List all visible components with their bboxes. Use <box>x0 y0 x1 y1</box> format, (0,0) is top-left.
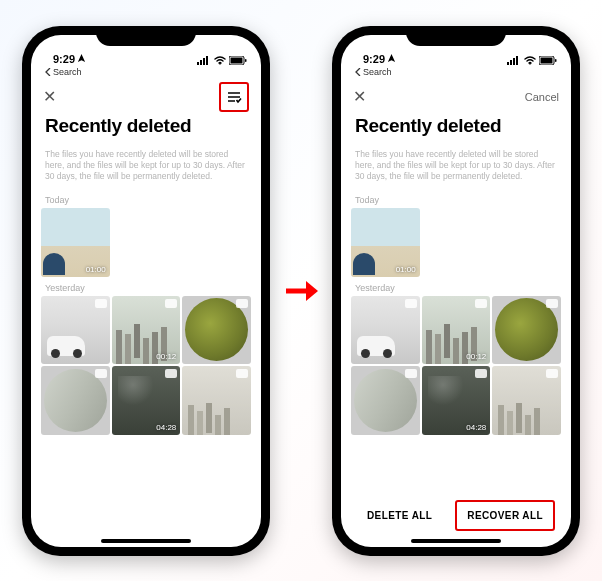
thumb-today-0[interactable]: 01:00 <box>351 208 420 277</box>
svg-rect-14 <box>513 58 515 65</box>
battery-icon <box>229 56 247 65</box>
vr-badge-icon <box>236 369 248 378</box>
svg-marker-11 <box>306 281 318 301</box>
signal-icon <box>197 56 211 65</box>
thumb-yesterday-5[interactable] <box>492 366 561 435</box>
grid-today: 01:00 <box>31 208 261 277</box>
cancel-button[interactable]: Cancel <box>525 91 559 103</box>
top-bar: ✕ Cancel <box>341 77 571 115</box>
close-icon[interactable]: ✕ <box>353 87 366 106</box>
vr-badge-icon <box>165 369 177 378</box>
thumb-today-0[interactable]: 01:00 <box>41 208 110 277</box>
thumb-yesterday-4[interactable]: 04:28 <box>112 366 181 435</box>
select-mode-button[interactable] <box>219 82 249 112</box>
thumb-duration: 00:12 <box>466 352 486 361</box>
top-bar: ✕ <box>31 77 261 115</box>
grid-yesterday: 00:12 04:28 <box>341 296 571 435</box>
thumb-yesterday-0[interactable] <box>41 296 110 365</box>
thumb-duration: 00:12 <box>156 352 176 361</box>
screen-left: 9:29 Search ✕ <box>31 35 261 547</box>
back-to-search[interactable]: Search <box>341 65 571 77</box>
thumb-yesterday-3[interactable] <box>41 366 110 435</box>
location-icon <box>387 54 396 63</box>
grid-yesterday: 00:12 04:28 <box>31 296 261 435</box>
notch <box>96 26 196 46</box>
svg-rect-18 <box>555 59 557 62</box>
page-title: Recently deleted <box>31 115 261 145</box>
thumb-yesterday-2[interactable] <box>492 296 561 365</box>
recover-all-button[interactable]: RECOVER ALL <box>455 500 555 531</box>
signal-icon <box>507 56 521 65</box>
section-yesterday-label: Yesterday <box>341 277 571 296</box>
thumb-yesterday-3[interactable] <box>351 366 420 435</box>
svg-rect-3 <box>206 56 208 65</box>
screen-right: 9:29 Search ✕ Cancel Recently deleted Th… <box>341 35 571 547</box>
thumb-yesterday-4[interactable]: 04:28 <box>422 366 491 435</box>
vr-badge-icon <box>405 299 417 308</box>
wifi-icon <box>214 56 226 65</box>
vr-badge-icon <box>546 299 558 308</box>
chevron-left-icon <box>355 68 361 76</box>
svg-rect-5 <box>231 57 243 63</box>
vr-badge-icon <box>95 299 107 308</box>
back-to-search[interactable]: Search <box>31 65 261 77</box>
thumb-yesterday-2[interactable] <box>182 296 251 365</box>
status-time: 9:29 <box>53 53 75 65</box>
sphere-thumb <box>495 298 558 361</box>
vr-badge-icon <box>165 299 177 308</box>
wifi-icon <box>524 56 536 65</box>
vr-badge-icon <box>405 369 417 378</box>
svg-rect-6 <box>245 59 247 62</box>
close-icon[interactable]: ✕ <box>43 87 56 106</box>
bottom-action-bar: DELETE ALL RECOVER ALL <box>341 490 571 539</box>
page-description: The files you have recently deleted will… <box>341 145 571 189</box>
home-indicator[interactable] <box>411 539 501 543</box>
vr-badge-icon <box>475 369 487 378</box>
status-time: 9:29 <box>363 53 385 65</box>
section-today-label: Today <box>341 189 571 208</box>
back-search-label: Search <box>53 67 82 77</box>
thumb-duration: 01:00 <box>86 265 106 274</box>
svg-rect-17 <box>541 57 553 63</box>
svg-rect-15 <box>516 56 518 65</box>
back-search-label: Search <box>363 67 392 77</box>
svg-rect-2 <box>203 58 205 65</box>
checklist-icon <box>226 90 242 104</box>
thumb-yesterday-1[interactable]: 00:12 <box>112 296 181 365</box>
chevron-left-icon <box>45 68 51 76</box>
notch <box>406 26 506 46</box>
grid-today: 01:00 <box>341 208 571 277</box>
thumb-yesterday-1[interactable]: 00:12 <box>422 296 491 365</box>
thumb-duration: 04:28 <box>156 423 176 432</box>
sphere-thumb <box>44 369 107 432</box>
sphere-thumb <box>354 369 417 432</box>
sphere-thumb <box>185 298 248 361</box>
thumb-duration: 04:28 <box>466 423 486 432</box>
arrow-right-icon <box>282 277 320 305</box>
page-title: Recently deleted <box>341 115 571 145</box>
vr-badge-icon <box>236 299 248 308</box>
thumb-yesterday-0[interactable] <box>351 296 420 365</box>
thumb-yesterday-5[interactable] <box>182 366 251 435</box>
home-indicator[interactable] <box>101 539 191 543</box>
vr-badge-icon <box>546 369 558 378</box>
section-today-label: Today <box>31 189 261 208</box>
phone-left: 9:29 Search ✕ <box>22 26 270 556</box>
vr-badge-icon <box>475 299 487 308</box>
section-yesterday-label: Yesterday <box>31 277 261 296</box>
delete-all-button[interactable]: DELETE ALL <box>357 502 442 529</box>
page-description: The files you have recently deleted will… <box>31 145 261 189</box>
battery-icon <box>539 56 557 65</box>
vr-badge-icon <box>95 369 107 378</box>
thumb-duration: 01:00 <box>396 265 416 274</box>
location-icon <box>77 54 86 63</box>
phone-right: 9:29 Search ✕ Cancel Recently deleted Th… <box>332 26 580 556</box>
